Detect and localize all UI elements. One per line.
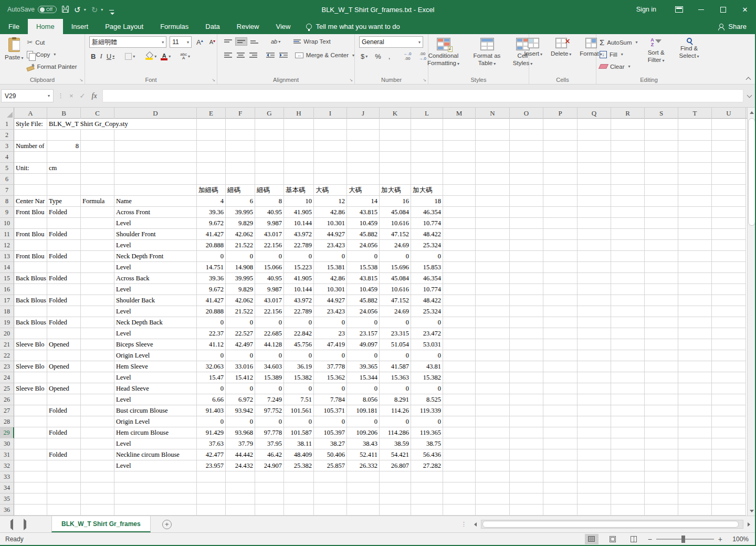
cell-N36[interactable] (476, 505, 510, 516)
cell-P30[interactable] (543, 438, 578, 449)
cell-O5[interactable] (510, 163, 543, 174)
cell-J28[interactable]: 0 (347, 416, 380, 427)
save-button[interactable] (62, 6, 69, 14)
cell-P13[interactable] (543, 251, 578, 262)
cell-J32[interactable]: 26.332 (347, 460, 380, 471)
vertical-scroll-thumb[interactable] (748, 118, 755, 226)
cell-M3[interactable] (443, 141, 476, 152)
cell-D17[interactable]: Shoulder Back (114, 295, 197, 306)
cell-K7[interactable]: 加大碼 (380, 185, 411, 196)
cell-K5[interactable] (380, 163, 411, 174)
cell-P14[interactable] (543, 262, 578, 273)
cell-A35[interactable] (14, 494, 47, 505)
cell-L12[interactable]: 25.324 (411, 240, 443, 251)
cell-E32[interactable]: 23.957 (197, 460, 226, 471)
cell-M30[interactable] (443, 438, 476, 449)
cell-D8[interactable]: Name (114, 196, 197, 207)
cell-T13[interactable] (678, 251, 712, 262)
cell-O1[interactable] (510, 119, 543, 130)
cell-U11[interactable] (712, 229, 746, 240)
cell-B19[interactable]: Folded (47, 317, 81, 328)
cell-B10[interactable] (47, 218, 81, 229)
cell-A30[interactable] (14, 438, 47, 449)
row-header-7[interactable]: 7 (0, 185, 14, 196)
cell-J2[interactable] (347, 130, 380, 141)
cell-O9[interactable] (510, 207, 543, 218)
cell-K1[interactable] (380, 119, 411, 130)
cell-M29[interactable] (443, 427, 476, 438)
cell-U31[interactable] (712, 449, 746, 460)
merge-center-button[interactable]: ↔Merge & Center (295, 50, 354, 60)
cell-J24[interactable]: 15.344 (347, 372, 380, 383)
cell-A28[interactable] (14, 416, 47, 427)
cell-F11[interactable]: 42.062 (226, 229, 255, 240)
cell-P24[interactable] (543, 372, 578, 383)
cell-P34[interactable] (543, 482, 578, 494)
cell-A5[interactable]: Unit: (14, 163, 47, 174)
cell-L16[interactable]: 10.774 (411, 284, 443, 295)
cell-S36[interactable] (645, 505, 678, 516)
cell-D13[interactable]: Neck Depth Front (114, 251, 197, 262)
cell-L27[interactable]: 119.339 (411, 405, 443, 416)
cell-I32[interactable]: 25.857 (314, 460, 347, 471)
row-header-14[interactable]: 14 (0, 262, 14, 273)
cell-U15[interactable] (712, 273, 746, 284)
cell-N27[interactable] (476, 405, 510, 416)
cell-M35[interactable] (443, 494, 476, 505)
column-header-M[interactable]: M (443, 108, 476, 119)
enter-icon[interactable]: ✓ (80, 92, 86, 100)
row-header-4[interactable]: 4 (0, 152, 14, 163)
cell-U28[interactable] (712, 416, 746, 427)
cell-G34[interactable] (255, 482, 284, 494)
cell-E22[interactable]: 0 (197, 350, 226, 361)
cell-H31[interactable]: 48.409 (284, 449, 314, 460)
cell-E14[interactable]: 14.751 (197, 262, 226, 273)
cell-D14[interactable]: Level (114, 262, 197, 273)
cell-F23[interactable]: 33.016 (226, 361, 255, 372)
cell-R3[interactable] (611, 141, 645, 152)
cell-P12[interactable] (543, 240, 578, 251)
cell-D22[interactable]: Origin Level (114, 350, 197, 361)
row-header-16[interactable]: 16 (0, 284, 14, 295)
cell-P4[interactable] (543, 152, 578, 163)
cell-H33[interactable] (284, 471, 314, 482)
cell-M4[interactable] (443, 152, 476, 163)
cell-U9[interactable] (712, 207, 746, 218)
cell-J35[interactable] (347, 494, 380, 505)
select-all-corner[interactable] (0, 108, 14, 119)
cell-U34[interactable] (712, 482, 746, 494)
cell-M20[interactable] (443, 328, 476, 339)
cell-K34[interactable] (380, 482, 411, 494)
cell-O14[interactable] (510, 262, 543, 273)
cell-G7[interactable]: 細碼 (255, 185, 284, 196)
cell-T2[interactable] (678, 130, 712, 141)
cell-M13[interactable] (443, 251, 476, 262)
cell-A17[interactable]: Back Blous (14, 295, 47, 306)
cell-I22[interactable]: 0 (314, 350, 347, 361)
cell-G8[interactable]: 8 (255, 196, 284, 207)
cell-H17[interactable]: 43.972 (284, 295, 314, 306)
cell-O20[interactable] (510, 328, 543, 339)
cell-G27[interactable]: 97.752 (255, 405, 284, 416)
ribbon-display-options-button[interactable] (668, 0, 690, 19)
cell-O7[interactable] (510, 185, 543, 196)
cell-U30[interactable] (712, 438, 746, 449)
cell-J19[interactable]: 0 (347, 317, 380, 328)
cell-M18[interactable] (443, 306, 476, 317)
cell-J4[interactable] (347, 152, 380, 163)
cell-B28[interactable] (47, 416, 81, 427)
cell-L34[interactable] (411, 482, 443, 494)
cell-I12[interactable]: 23.423 (314, 240, 347, 251)
cell-P8[interactable] (543, 196, 578, 207)
cell-E12[interactable]: 20.888 (197, 240, 226, 251)
column-header-P[interactable]: P (543, 108, 578, 119)
column-header-I[interactable]: I (314, 108, 347, 119)
copy-button[interactable]: Copy (27, 49, 77, 59)
cell-B20[interactable] (47, 328, 81, 339)
cell-R34[interactable] (611, 482, 645, 494)
cell-D16[interactable]: Level (114, 284, 197, 295)
cell-T24[interactable] (678, 372, 712, 383)
cell-S19[interactable] (645, 317, 678, 328)
cell-T31[interactable] (678, 449, 712, 460)
top-align-button[interactable] (223, 38, 234, 45)
